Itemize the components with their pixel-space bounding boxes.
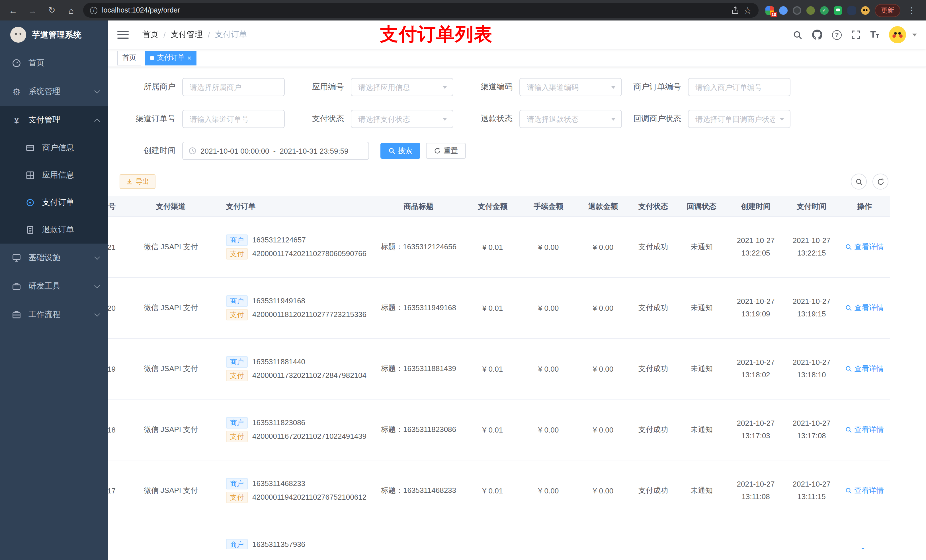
browser-menu-icon[interactable]: ⋮ bbox=[905, 6, 918, 15]
view-detail-link[interactable]: 查看详情 bbox=[845, 486, 884, 496]
search-button[interactable]: 搜索 bbox=[380, 143, 420, 159]
channel-code-filter-select[interactable] bbox=[519, 78, 622, 96]
tab-pay-order[interactable]: 支付订单 × bbox=[145, 50, 197, 65]
top-navbar: 首页 / 支付管理 / 支付订单 支付订单列表 ? bbox=[108, 21, 926, 49]
user-avatar[interactable] bbox=[889, 26, 906, 43]
filter-label-channel-order-no: 渠道订单号 bbox=[120, 114, 182, 124]
chevron-down-icon bbox=[780, 118, 784, 120]
sidebar-item-merchant-info[interactable]: 商户信息 bbox=[0, 134, 108, 162]
channel-order-no-input[interactable] bbox=[182, 110, 285, 128]
pay-status-filter-select[interactable] bbox=[351, 110, 453, 128]
merchant-order-no: 1635311468233 bbox=[252, 478, 305, 489]
extension-icon-7[interactable] bbox=[847, 6, 856, 15]
extension-icon-3[interactable] bbox=[793, 6, 801, 15]
tags-view-bar: 首页 支付订单 × bbox=[108, 49, 926, 67]
merchant-order-no-input[interactable] bbox=[688, 78, 790, 96]
create-time-range-picker[interactable]: 2021-10-01 00:00:00 - 2021-10-31 23:59:5… bbox=[182, 142, 369, 160]
monitor-icon bbox=[11, 253, 22, 263]
filter-label-refund-status: 退款状态 bbox=[457, 114, 519, 124]
tab-home[interactable]: 首页 bbox=[117, 50, 141, 65]
extension-badge: 10 bbox=[770, 12, 777, 17]
pay-amount-cell: ¥ 0.01 bbox=[464, 426, 521, 434]
goods-title-cell: 标题：1635311949168 bbox=[373, 303, 464, 313]
table-refresh-button[interactable] bbox=[873, 174, 888, 190]
notify-status-filter-select[interactable] bbox=[688, 110, 790, 128]
help-icon[interactable]: ? bbox=[832, 30, 842, 39]
extension-icon-6[interactable] bbox=[834, 6, 842, 15]
goods-title-cell: 标题：1635311881439 bbox=[373, 364, 464, 374]
github-icon[interactable] bbox=[812, 30, 822, 40]
app-filter-select[interactable] bbox=[351, 78, 453, 96]
update-button[interactable]: 更新 bbox=[875, 4, 900, 17]
pay-time-cell: 2021-10-27 13:19:15 bbox=[784, 295, 839, 320]
bankcard-icon bbox=[25, 143, 35, 152]
date-start: 2021-10-01 00:00:00 bbox=[200, 146, 269, 155]
chevron-down-icon bbox=[94, 254, 100, 260]
pay-order-cell: 商户 1635311823086 支付 42000011672021102710… bbox=[219, 415, 373, 444]
orders-table: 编号 支付渠道 支付订单 商品标题 支付金额 手续金额 退款金额 支付状态 回调… bbox=[108, 196, 926, 549]
site-info-icon[interactable]: i bbox=[90, 6, 97, 14]
refund-status-filter-select[interactable] bbox=[519, 110, 622, 128]
avatar-caret-icon[interactable] bbox=[912, 33, 917, 36]
merchant-filter-input[interactable] bbox=[182, 78, 285, 96]
reset-button[interactable]: 重置 bbox=[426, 143, 466, 159]
col-action: 操作 bbox=[839, 201, 890, 211]
font-size-icon[interactable]: TT bbox=[870, 30, 879, 40]
bookmark-star-icon[interactable]: ☆ bbox=[743, 5, 752, 16]
sidebar-item-pay-order[interactable]: 支付订单 bbox=[0, 189, 108, 216]
breadcrumb-pay-manage[interactable]: 支付管理 bbox=[171, 30, 203, 40]
pay-tag: 支付 bbox=[226, 248, 248, 260]
address-bar[interactable]: i localhost:1024/pay/order ☆ bbox=[83, 3, 758, 18]
merchant-order-no: 1635311949168 bbox=[252, 295, 305, 307]
extension-icon-8[interactable] bbox=[861, 6, 870, 15]
filter-label-create-time: 创建时间 bbox=[120, 146, 182, 156]
view-detail-link[interactable]: 查看详情 bbox=[845, 364, 884, 374]
sidebar-item-workflow[interactable]: 工作流程 bbox=[0, 300, 108, 329]
browser-forward-button[interactable]: → bbox=[25, 3, 40, 18]
table-search-toggle-button[interactable] bbox=[851, 174, 867, 190]
browser-back-button[interactable]: ← bbox=[6, 3, 21, 18]
pay-amount-cell: ¥ 0.01 bbox=[464, 486, 521, 495]
sidebar-item-devtools[interactable]: 研发工具 bbox=[0, 272, 108, 300]
pay-channel-cell: 微信 JSAPI 支付 bbox=[123, 424, 219, 435]
sidebar-item-infra[interactable]: 基础设施 bbox=[0, 244, 108, 272]
extension-icon-1[interactable]: 10 bbox=[766, 6, 774, 15]
browser-home-button[interactable]: ⌂ bbox=[64, 3, 79, 18]
fee-amount-cell: ¥ 0.00 bbox=[521, 243, 576, 251]
pay-order-cell: 商户 1635311468233 支付 42000011942021102767… bbox=[219, 476, 373, 506]
yen-icon: ¥ bbox=[11, 115, 22, 125]
browser-extensions: 10 ✓ 更新 ⋮ bbox=[763, 4, 920, 17]
fullscreen-icon[interactable] bbox=[851, 30, 861, 39]
extension-icon-5[interactable]: ✓ bbox=[820, 6, 829, 15]
create-time-cell: 2021-10-27 13:17:03 bbox=[727, 417, 784, 442]
extension-icon-2[interactable] bbox=[779, 6, 788, 15]
view-detail-link[interactable]: 查看详情 bbox=[845, 242, 884, 252]
view-detail-link[interactable]: 查看详情 bbox=[845, 424, 884, 435]
sidebar-item-app-info[interactable]: 应用信息 bbox=[0, 162, 108, 189]
browser-reload-button[interactable]: ↻ bbox=[44, 3, 59, 18]
filter-label-merchant: 所属商户 bbox=[120, 82, 182, 92]
sidebar-logo[interactable]: 芋道管理系统 bbox=[0, 21, 108, 49]
view-detail-link[interactable]: 查看详情 bbox=[845, 303, 884, 313]
sidebar-toggle-icon[interactable] bbox=[117, 31, 129, 39]
col-channel: 支付渠道 bbox=[123, 201, 219, 211]
table-row: 17 微信 JSAPI 支付 商户 1635311468233 支付 42000… bbox=[108, 460, 890, 521]
col-create: 创建时间 bbox=[727, 201, 784, 211]
breadcrumb-home[interactable]: 首页 bbox=[142, 30, 158, 40]
tab-close-icon[interactable]: × bbox=[188, 54, 191, 61]
active-tab-dot bbox=[150, 56, 154, 60]
share-icon[interactable] bbox=[731, 6, 739, 14]
search-icon[interactable] bbox=[793, 30, 802, 39]
merchant-order-no: 1635311823086 bbox=[252, 417, 305, 429]
extension-icon-4[interactable] bbox=[806, 6, 815, 15]
chevron-down-icon bbox=[442, 86, 447, 89]
table-row: 18 微信 JSAPI 支付 商户 1635311823086 支付 42000… bbox=[108, 400, 890, 460]
sidebar-item-home[interactable]: 首页 bbox=[0, 49, 108, 77]
gauge-icon bbox=[11, 59, 22, 68]
sidebar-item-payment[interactable]: ¥ 支付管理 bbox=[0, 106, 108, 134]
export-button[interactable]: 导出 bbox=[120, 174, 156, 189]
sidebar-item-refund-order[interactable]: 退款订单 bbox=[0, 216, 108, 244]
pay-status-cell: 支付成功 bbox=[631, 242, 676, 252]
sidebar-item-system[interactable]: ⚙ 系统管理 bbox=[0, 77, 108, 106]
view-detail-link[interactable] bbox=[860, 547, 869, 549]
